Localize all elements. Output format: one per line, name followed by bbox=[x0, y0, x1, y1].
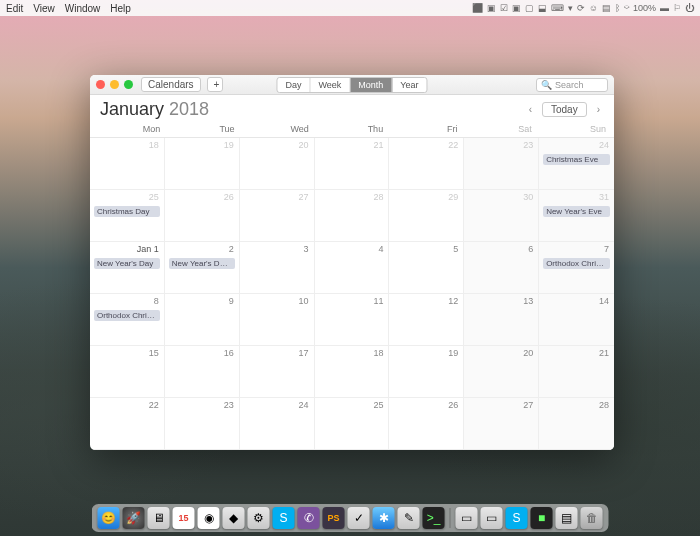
event-chip[interactable]: Orthodox Christmas D… bbox=[543, 258, 610, 269]
dock-app-skype2[interactable]: S bbox=[506, 507, 528, 529]
day-cell[interactable]: 29 bbox=[389, 190, 464, 242]
dock-app-trash[interactable]: 🗑 bbox=[581, 507, 603, 529]
event-chip[interactable]: Orthodox Christmas D… bbox=[94, 310, 160, 321]
dock-app-terminal[interactable]: >_ bbox=[423, 507, 445, 529]
dock-app-todo[interactable]: ✓ bbox=[348, 507, 370, 529]
day-cell[interactable]: 20 bbox=[464, 346, 539, 398]
view-month[interactable]: Month bbox=[350, 78, 392, 92]
day-cell[interactable]: 19 bbox=[165, 138, 240, 190]
dock-app-doc1[interactable]: ▭ bbox=[456, 507, 478, 529]
dock-app-doc2[interactable]: ▭ bbox=[481, 507, 503, 529]
dock-app-edit[interactable]: ✎ bbox=[398, 507, 420, 529]
day-cell[interactable]: 19 bbox=[389, 346, 464, 398]
day-cell[interactable]: 30 bbox=[464, 190, 539, 242]
day-cell[interactable]: 10 bbox=[240, 294, 315, 346]
day-cell[interactable]: 27 bbox=[464, 398, 539, 450]
search-input[interactable]: 🔍 Search bbox=[536, 78, 608, 92]
view-day[interactable]: Day bbox=[277, 78, 310, 92]
wifi-icon[interactable]: ⌔ bbox=[624, 3, 629, 13]
day-cell[interactable]: 6 bbox=[464, 242, 539, 294]
clock-icon[interactable]: ⏻ bbox=[685, 3, 694, 13]
day-cell[interactable]: 23 bbox=[165, 398, 240, 450]
day-cell[interactable]: 22 bbox=[90, 398, 165, 450]
day-cell[interactable]: 21 bbox=[539, 346, 614, 398]
sync-icon[interactable]: ⟳ bbox=[577, 3, 585, 13]
people-icon[interactable]: ☺ bbox=[589, 3, 598, 13]
close-button[interactable] bbox=[96, 80, 105, 89]
day-cell[interactable]: 16 bbox=[165, 346, 240, 398]
antenna-icon[interactable]: ▾ bbox=[568, 3, 573, 13]
battery-icon[interactable]: ▬ bbox=[660, 3, 669, 13]
day-cell[interactable]: 7Orthodox Christmas D… bbox=[539, 242, 614, 294]
window-titlebar[interactable]: Calendars + Day Week Month Year 🔍 Search bbox=[90, 75, 614, 95]
dock-app-viber[interactable]: ✆ bbox=[298, 507, 320, 529]
minimize-button[interactable] bbox=[110, 80, 119, 89]
day-cell[interactable]: 13 bbox=[464, 294, 539, 346]
adobe-icon[interactable]: ⬛ bbox=[472, 3, 483, 13]
day-cell[interactable]: 31New Year's Eve bbox=[539, 190, 614, 242]
view-selector[interactable]: Day Week Month Year bbox=[276, 77, 427, 93]
day-cell[interactable]: 22 bbox=[389, 138, 464, 190]
display-icon[interactable]: ▢ bbox=[525, 3, 534, 13]
day-cell[interactable]: 26 bbox=[165, 190, 240, 242]
dock-app-calendar[interactable]: 15 bbox=[173, 507, 195, 529]
day-cell[interactable]: 24 bbox=[240, 398, 315, 450]
battery-label[interactable]: 100% bbox=[633, 3, 656, 13]
day-cell[interactable]: 28 bbox=[315, 190, 390, 242]
menu-help[interactable]: Help bbox=[110, 3, 131, 14]
day-cell[interactable]: 18 bbox=[90, 138, 165, 190]
day-cell[interactable]: 25 bbox=[315, 398, 390, 450]
dock-app-app2[interactable]: ◆ bbox=[223, 507, 245, 529]
cloud-icon[interactable]: ⬓ bbox=[538, 3, 547, 13]
day-cell[interactable]: 4 bbox=[315, 242, 390, 294]
event-chip[interactable]: New Year's Day (day 2) bbox=[169, 258, 235, 269]
menu-view[interactable]: View bbox=[33, 3, 55, 14]
dock-app-skype[interactable]: S bbox=[273, 507, 295, 529]
day-cell[interactable]: 8Orthodox Christmas D… bbox=[90, 294, 165, 346]
day-cell[interactable]: 28 bbox=[539, 398, 614, 450]
day-cell[interactable]: 24Christmas Eve bbox=[539, 138, 614, 190]
day-cell[interactable]: 15 bbox=[90, 346, 165, 398]
event-chip[interactable]: Christmas Day bbox=[94, 206, 160, 217]
dock-app-app3[interactable]: ▤ bbox=[556, 507, 578, 529]
day-cell[interactable]: 26 bbox=[389, 398, 464, 450]
prev-button[interactable]: ‹ bbox=[525, 104, 536, 115]
fullscreen-button[interactable] bbox=[124, 80, 133, 89]
dock-app-phpstorm[interactable]: PS bbox=[323, 507, 345, 529]
dock-app-safari[interactable]: ✱ bbox=[373, 507, 395, 529]
day-cell[interactable]: Jan 1New Year's Day bbox=[90, 242, 165, 294]
day-cell[interactable]: 27 bbox=[240, 190, 315, 242]
day-cell[interactable]: 14 bbox=[539, 294, 614, 346]
camera-icon[interactable]: ▣ bbox=[512, 3, 521, 13]
day-cell[interactable]: 3 bbox=[240, 242, 315, 294]
day-cell[interactable]: 12 bbox=[389, 294, 464, 346]
view-year[interactable]: Year bbox=[392, 78, 426, 92]
day-cell[interactable]: 21 bbox=[315, 138, 390, 190]
dock-app-chrome[interactable]: ◉ bbox=[198, 507, 220, 529]
cube-icon[interactable]: ▣ bbox=[487, 3, 496, 13]
dock-app-settings[interactable]: ⚙ bbox=[248, 507, 270, 529]
day-cell[interactable]: 17 bbox=[240, 346, 315, 398]
day-cell[interactable]: 9 bbox=[165, 294, 240, 346]
dock-app-display[interactable]: 🖥 bbox=[148, 507, 170, 529]
next-button[interactable]: › bbox=[593, 104, 604, 115]
event-chip[interactable]: New Year's Eve bbox=[543, 206, 610, 217]
menu-window[interactable]: Window bbox=[65, 3, 101, 14]
bluetooth-icon[interactable]: ᛒ bbox=[615, 3, 620, 13]
dock-app-finder[interactable]: 😊 bbox=[98, 507, 120, 529]
view-week[interactable]: Week bbox=[310, 78, 350, 92]
dock-app-term2[interactable]: ■ bbox=[531, 507, 553, 529]
event-chip[interactable]: Christmas Eve bbox=[543, 154, 610, 165]
menu-edit[interactable]: Edit bbox=[6, 3, 23, 14]
day-cell[interactable]: 25Christmas Day bbox=[90, 190, 165, 242]
day-cell[interactable]: 2New Year's Day (day 2) bbox=[165, 242, 240, 294]
day-cell[interactable]: 20 bbox=[240, 138, 315, 190]
day-cell[interactable]: 11 bbox=[315, 294, 390, 346]
keyboard-icon[interactable]: ⌨ bbox=[551, 3, 564, 13]
day-cell[interactable]: 5 bbox=[389, 242, 464, 294]
checkbox-icon[interactable]: ☑ bbox=[500, 3, 508, 13]
flag-icon[interactable]: ⚐ bbox=[673, 3, 681, 13]
event-chip[interactable]: New Year's Day bbox=[94, 258, 160, 269]
today-button[interactable]: Today bbox=[542, 102, 587, 117]
calendars-button[interactable]: Calendars bbox=[141, 77, 201, 92]
